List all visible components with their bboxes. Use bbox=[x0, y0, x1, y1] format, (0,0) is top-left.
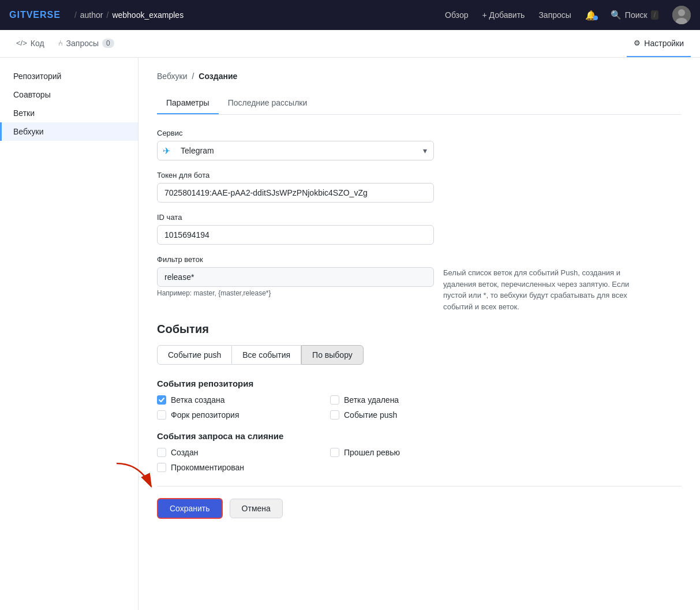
checkbox-fork: Форк репозитория bbox=[157, 410, 307, 420]
token-label: Токен для бота bbox=[157, 171, 682, 179]
checkbox-push-event: Событие push bbox=[330, 410, 480, 420]
event-type-all-btn[interactable]: Все события bbox=[232, 345, 301, 365]
pr-created-label: Создан bbox=[171, 448, 199, 457]
service-label: Сервис bbox=[157, 129, 682, 137]
push-event-label: Событие push bbox=[344, 410, 397, 420]
checkbox-branch-deleted: Ветка удалена bbox=[330, 395, 480, 405]
slash-sep2: / bbox=[107, 10, 109, 20]
tab-params-label: Параметры bbox=[166, 98, 209, 107]
top-author-link[interactable]: author bbox=[80, 10, 103, 20]
events-title: События bbox=[157, 323, 682, 336]
branch-filter-input[interactable] bbox=[157, 267, 434, 287]
search-icon: 🔍 bbox=[611, 10, 622, 20]
sidebar-label-repository: Репозиторий bbox=[13, 72, 61, 81]
breadcrumb-current: Создание bbox=[199, 72, 237, 81]
settings-icon: ⚙ bbox=[634, 39, 641, 47]
settings-label: Настройки bbox=[644, 39, 684, 48]
tab-history[interactable]: Последние рассылки bbox=[219, 92, 317, 114]
sidebar-item-webhooks[interactable]: Вебхуки bbox=[0, 122, 138, 141]
service-group: Сервис ✈ Telegram Slack Discord ▾ bbox=[157, 129, 682, 160]
branch-deleted-label: Ветка удалена bbox=[344, 395, 399, 405]
tab-history-label: Последние рассылки bbox=[228, 98, 308, 107]
form-tabs: Параметры Последние рассылки bbox=[157, 92, 682, 115]
events-section: События Событие push Все события По выбо… bbox=[157, 323, 682, 472]
token-group: Токен для бота bbox=[157, 171, 682, 203]
arrow-annotation bbox=[105, 458, 163, 498]
chat-id-group: ID чата bbox=[157, 213, 682, 245]
repo-events-title: События репозитория bbox=[157, 379, 682, 388]
save-button[interactable]: Сохранить bbox=[157, 498, 223, 519]
checkmark-icon bbox=[159, 398, 164, 402]
code-label: Код bbox=[31, 39, 44, 48]
checkbox-fork-input[interactable] bbox=[157, 410, 166, 420]
logo-text: GITVERSE bbox=[9, 10, 61, 20]
checkbox-branch-created-input[interactable] bbox=[157, 395, 166, 405]
top-repo-name: webhook_examples bbox=[112, 10, 184, 20]
requests-link[interactable]: Запросы bbox=[538, 10, 571, 20]
event-type-custom-btn[interactable]: По выбору bbox=[301, 345, 364, 365]
breadcrumb: Вебхуки / Создание bbox=[157, 72, 682, 81]
add-label: + Добавить bbox=[482, 10, 525, 20]
checkbox-push-event-input[interactable] bbox=[330, 410, 339, 420]
sidebar-label-branches: Ветки bbox=[13, 108, 35, 118]
cancel-label: Отмена bbox=[242, 504, 271, 513]
tab-settings[interactable]: ⚙ Настройки bbox=[627, 30, 691, 57]
service-select-wrapper: ✈ Telegram Slack Discord ▾ bbox=[157, 141, 434, 160]
overview-link[interactable]: Обзор bbox=[445, 10, 468, 20]
pr-icon: ⑃ bbox=[58, 39, 63, 47]
sub-navigation: </> Код ⑃ Запросы 0 ⚙ Настройки bbox=[0, 30, 700, 58]
event-type-custom-label: По выбору bbox=[312, 350, 353, 360]
tab-requests[interactable]: ⑃ Запросы 0 bbox=[51, 30, 121, 57]
service-select[interactable]: Telegram Slack Discord bbox=[157, 141, 434, 160]
event-type-push-label: Событие push bbox=[168, 350, 221, 360]
sidebar-label-webhooks: Вебхуки bbox=[13, 127, 43, 136]
notification-dot bbox=[593, 16, 598, 20]
top-navigation: GITVERSE / author / webhook_examples Обз… bbox=[0, 0, 700, 30]
top-breadcrumb: / author / webhook_examples bbox=[74, 10, 184, 20]
event-type-all-label: Все события bbox=[242, 350, 290, 360]
branch-created-label: Ветка создана bbox=[171, 395, 225, 405]
notification-bell[interactable]: 🔔 bbox=[585, 10, 597, 21]
overview-label: Обзор bbox=[445, 10, 468, 20]
sidebar-item-branches[interactable]: Ветки bbox=[0, 104, 138, 122]
search-link[interactable]: 🔍 Поиск / bbox=[611, 10, 658, 20]
checkbox-branch-deleted-input[interactable] bbox=[330, 395, 339, 405]
top-nav-center: Обзор + Добавить Запросы 🔔 🔍 Поиск / bbox=[445, 6, 691, 24]
breadcrumb-parent[interactable]: Вебхуки bbox=[157, 72, 187, 81]
avatar-image bbox=[672, 6, 691, 24]
main-content: Вебхуки / Создание Параметры Последние р… bbox=[138, 58, 700, 610]
checkbox-pr-created-input[interactable] bbox=[157, 448, 166, 457]
cancel-button[interactable]: Отмена bbox=[230, 499, 283, 518]
checkbox-pr-reviewed-input[interactable] bbox=[330, 448, 339, 457]
pr-reviewed-label: Прошел ревью bbox=[344, 448, 400, 457]
add-link[interactable]: + Добавить bbox=[482, 10, 525, 20]
requests-subnav-label: Запросы bbox=[66, 39, 99, 48]
token-input[interactable] bbox=[157, 183, 434, 203]
svg-point-1 bbox=[678, 9, 685, 16]
checkbox-pr-commented: Прокомментирован bbox=[157, 463, 307, 472]
repo-events-grid: Ветка создана Ветка удалена Форк репозит… bbox=[157, 395, 480, 420]
branch-filter-example: Например: master, {master,release*} bbox=[157, 289, 434, 297]
avatar[interactable] bbox=[672, 6, 691, 24]
fork-label: Форк репозитория bbox=[171, 410, 239, 420]
chat-id-input[interactable] bbox=[157, 225, 434, 245]
branch-filter-hint: Белый список веток для событий Push, соз… bbox=[443, 267, 639, 312]
tab-params[interactable]: Параметры bbox=[157, 92, 219, 114]
search-label: Поиск bbox=[625, 10, 647, 20]
breadcrumb-separator: / bbox=[192, 72, 194, 81]
pr-commented-label: Прокомментирован bbox=[171, 463, 244, 472]
event-type-buttons: Событие push Все события По выбору bbox=[157, 345, 682, 365]
tab-code[interactable]: </> Код bbox=[9, 30, 51, 57]
event-type-push-btn[interactable]: Событие push bbox=[157, 345, 232, 365]
code-icon: </> bbox=[16, 39, 27, 47]
branch-filter-label: Фильтр веток bbox=[157, 255, 682, 264]
form-footer: Сохранить Отмена bbox=[157, 486, 682, 519]
pr-events-grid: Создан Прошел ревью Прокомментирован bbox=[157, 448, 480, 472]
search-shortcut: / bbox=[651, 10, 658, 20]
requests-nav-label: Запросы bbox=[538, 10, 571, 20]
requests-badge: 0 bbox=[102, 39, 114, 48]
filter-input-wrap: Например: master, {master,release*} bbox=[157, 267, 434, 297]
sidebar-item-repository[interactable]: Репозиторий bbox=[0, 67, 138, 85]
brand-logo[interactable]: GITVERSE bbox=[9, 10, 61, 20]
sidebar-item-coauthors[interactable]: Соавторы bbox=[0, 85, 138, 104]
